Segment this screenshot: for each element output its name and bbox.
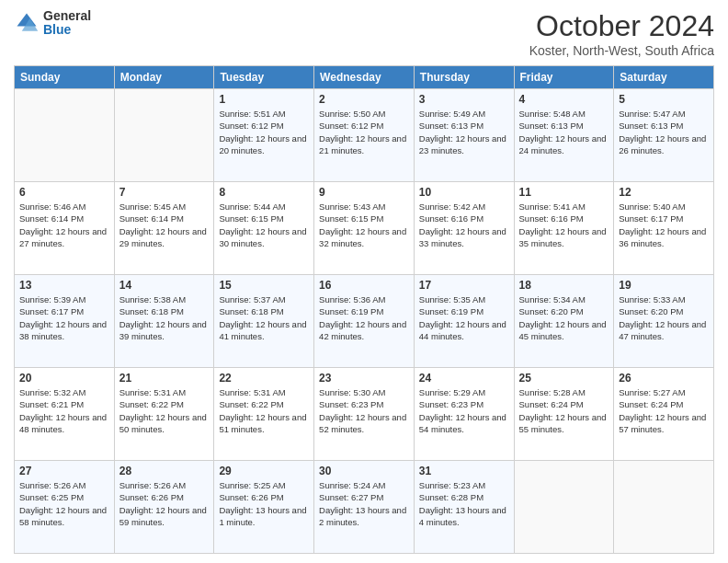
calendar-day-cell: 14Sunrise: 5:38 AMSunset: 6:18 PMDayligh… (114, 275, 214, 368)
day-number: 19 (619, 279, 709, 292)
day-info: Sunrise: 5:47 AMSunset: 6:13 PMDaylight:… (619, 108, 709, 156)
logo-icon (14, 10, 40, 36)
calendar-header-row: SundayMondayTuesdayWednesdayThursdayFrid… (15, 66, 714, 89)
calendar-week-row: 1Sunrise: 5:51 AMSunset: 6:12 PMDaylight… (15, 89, 714, 182)
day-number: 10 (419, 186, 509, 199)
calendar-day-cell: 6Sunrise: 5:46 AMSunset: 6:14 PMDaylight… (15, 182, 115, 275)
calendar-day-cell: 10Sunrise: 5:42 AMSunset: 6:16 PMDayligh… (414, 182, 514, 275)
calendar-day-cell: 27Sunrise: 5:26 AMSunset: 6:25 PMDayligh… (15, 461, 115, 554)
weekday-header: Friday (514, 66, 614, 89)
day-number: 8 (219, 186, 309, 199)
day-number: 7 (119, 186, 210, 199)
calendar-day-cell: 5Sunrise: 5:47 AMSunset: 6:13 PMDaylight… (614, 89, 714, 182)
calendar-day-cell: 15Sunrise: 5:37 AMSunset: 6:18 PMDayligh… (214, 275, 314, 368)
day-info: Sunrise: 5:24 AMSunset: 6:27 PMDaylight:… (319, 479, 409, 528)
day-info: Sunrise: 5:36 AMSunset: 6:19 PMDaylight:… (319, 293, 409, 342)
page: General Blue October 2024 Koster, North-… (0, 0, 728, 563)
calendar-day-cell: 12Sunrise: 5:40 AMSunset: 6:17 PMDayligh… (614, 182, 714, 275)
weekday-header: Tuesday (214, 66, 314, 89)
weekday-header: Sunday (15, 66, 115, 89)
day-info: Sunrise: 5:40 AMSunset: 6:17 PMDaylight:… (619, 201, 709, 249)
calendar-table: SundayMondayTuesdayWednesdayThursdayFrid… (14, 65, 714, 554)
calendar-day-cell: 11Sunrise: 5:41 AMSunset: 6:16 PMDayligh… (514, 182, 614, 275)
calendar-day-cell: 17Sunrise: 5:35 AMSunset: 6:19 PMDayligh… (414, 275, 514, 368)
day-info: Sunrise: 5:35 AMSunset: 6:19 PMDaylight:… (419, 293, 509, 342)
calendar-day-cell: 20Sunrise: 5:32 AMSunset: 6:21 PMDayligh… (15, 368, 115, 461)
day-info: Sunrise: 5:25 AMSunset: 6:26 PMDaylight:… (219, 479, 309, 528)
day-info: Sunrise: 5:31 AMSunset: 6:22 PMDaylight:… (119, 386, 210, 435)
day-info: Sunrise: 5:50 AMSunset: 6:12 PMDaylight:… (319, 108, 409, 156)
calendar-day-cell: 19Sunrise: 5:33 AMSunset: 6:20 PMDayligh… (614, 275, 714, 368)
day-info: Sunrise: 5:43 AMSunset: 6:15 PMDaylight:… (319, 201, 409, 249)
calendar-day-cell (15, 89, 115, 182)
day-info: Sunrise: 5:37 AMSunset: 6:18 PMDaylight:… (219, 293, 309, 342)
day-number: 5 (619, 93, 709, 106)
calendar-day-cell: 16Sunrise: 5:36 AMSunset: 6:19 PMDayligh… (314, 275, 415, 368)
main-title: October 2024 (529, 9, 714, 43)
header: General Blue October 2024 Koster, North-… (14, 9, 714, 58)
logo-text: General Blue (43, 9, 91, 38)
logo-blue: Blue (43, 23, 91, 37)
calendar-day-cell: 26Sunrise: 5:27 AMSunset: 6:24 PMDayligh… (614, 368, 714, 461)
weekday-header: Monday (114, 66, 214, 89)
day-info: Sunrise: 5:51 AMSunset: 6:12 PMDaylight:… (219, 108, 309, 156)
calendar-day-cell: 13Sunrise: 5:39 AMSunset: 6:17 PMDayligh… (15, 275, 115, 368)
calendar-week-row: 6Sunrise: 5:46 AMSunset: 6:14 PMDaylight… (15, 182, 714, 275)
day-info: Sunrise: 5:48 AMSunset: 6:13 PMDaylight:… (519, 108, 609, 156)
calendar-day-cell: 22Sunrise: 5:31 AMSunset: 6:22 PMDayligh… (214, 368, 314, 461)
day-number: 22 (219, 372, 309, 385)
day-number: 12 (619, 186, 709, 199)
day-info: Sunrise: 5:44 AMSunset: 6:15 PMDaylight:… (219, 201, 309, 249)
day-info: Sunrise: 5:38 AMSunset: 6:18 PMDaylight:… (119, 293, 210, 342)
weekday-header: Wednesday (314, 66, 415, 89)
calendar-day-cell: 30Sunrise: 5:24 AMSunset: 6:27 PMDayligh… (314, 461, 415, 554)
day-info: Sunrise: 5:26 AMSunset: 6:25 PMDaylight:… (19, 479, 109, 528)
calendar-day-cell: 3Sunrise: 5:49 AMSunset: 6:13 PMDaylight… (414, 89, 514, 182)
day-info: Sunrise: 5:26 AMSunset: 6:26 PMDaylight:… (119, 479, 210, 528)
day-info: Sunrise: 5:33 AMSunset: 6:20 PMDaylight:… (619, 293, 709, 342)
day-number: 25 (519, 372, 609, 385)
calendar-day-cell (614, 461, 714, 554)
day-number: 3 (419, 93, 509, 106)
calendar-day-cell: 4Sunrise: 5:48 AMSunset: 6:13 PMDaylight… (514, 89, 614, 182)
calendar-day-cell: 18Sunrise: 5:34 AMSunset: 6:20 PMDayligh… (514, 275, 614, 368)
day-number: 13 (19, 279, 109, 292)
calendar-day-cell: 8Sunrise: 5:44 AMSunset: 6:15 PMDaylight… (214, 182, 314, 275)
day-number: 15 (219, 279, 309, 292)
day-info: Sunrise: 5:49 AMSunset: 6:13 PMDaylight:… (419, 108, 509, 156)
day-number: 31 (419, 465, 509, 477)
calendar-day-cell: 21Sunrise: 5:31 AMSunset: 6:22 PMDayligh… (114, 368, 214, 461)
day-number: 24 (419, 372, 509, 385)
calendar-day-cell: 7Sunrise: 5:45 AMSunset: 6:14 PMDaylight… (114, 182, 214, 275)
day-info: Sunrise: 5:28 AMSunset: 6:24 PMDaylight:… (519, 386, 609, 435)
calendar-day-cell: 28Sunrise: 5:26 AMSunset: 6:26 PMDayligh… (114, 461, 214, 554)
day-info: Sunrise: 5:45 AMSunset: 6:14 PMDaylight:… (119, 201, 210, 249)
calendar-day-cell: 25Sunrise: 5:28 AMSunset: 6:24 PMDayligh… (514, 368, 614, 461)
day-number: 17 (419, 279, 509, 292)
day-number: 4 (519, 93, 609, 106)
day-info: Sunrise: 5:27 AMSunset: 6:24 PMDaylight:… (619, 386, 709, 435)
calendar-day-cell (114, 89, 214, 182)
day-info: Sunrise: 5:29 AMSunset: 6:23 PMDaylight:… (419, 386, 509, 435)
day-number: 28 (119, 465, 210, 477)
subtitle: Koster, North-West, South Africa (529, 43, 714, 58)
day-number: 20 (19, 372, 109, 385)
day-number: 11 (519, 186, 609, 199)
day-number: 18 (519, 279, 609, 292)
day-info: Sunrise: 5:41 AMSunset: 6:16 PMDaylight:… (519, 201, 609, 249)
logo-general: General (43, 9, 91, 23)
day-number: 29 (219, 465, 309, 477)
day-info: Sunrise: 5:34 AMSunset: 6:20 PMDaylight:… (519, 293, 609, 342)
day-number: 2 (319, 93, 409, 106)
day-info: Sunrise: 5:46 AMSunset: 6:14 PMDaylight:… (19, 201, 109, 249)
title-block: October 2024 Koster, North-West, South A… (529, 9, 714, 58)
day-info: Sunrise: 5:39 AMSunset: 6:17 PMDaylight:… (19, 293, 109, 342)
calendar-day-cell: 1Sunrise: 5:51 AMSunset: 6:12 PMDaylight… (214, 89, 314, 182)
day-number: 14 (119, 279, 210, 292)
day-number: 23 (319, 372, 409, 385)
calendar-day-cell: 2Sunrise: 5:50 AMSunset: 6:12 PMDaylight… (314, 89, 415, 182)
day-number: 26 (619, 372, 709, 385)
day-number: 6 (19, 186, 109, 199)
day-number: 1 (219, 93, 309, 106)
weekday-header: Thursday (414, 66, 514, 89)
